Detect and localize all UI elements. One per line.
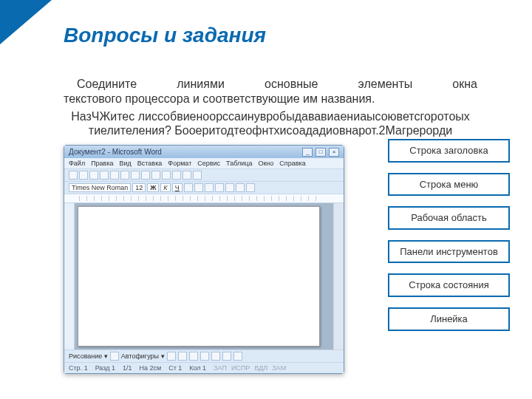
word: линиями <box>177 77 225 92</box>
status-page: Стр. 1 <box>69 364 88 372</box>
word: Соедините <box>77 77 137 92</box>
status-section: Разд 1 <box>95 364 115 372</box>
window-controls: _ □ × <box>301 147 339 157</box>
status-indicator: ЗАП <box>214 364 227 372</box>
menu-item[interactable]: Сервис <box>197 160 220 167</box>
close-icon[interactable]: × <box>329 148 339 157</box>
slide-title: Вопросы и задания <box>64 24 266 47</box>
status-pages: 1/1 <box>123 364 132 372</box>
document-area <box>64 203 344 349</box>
toolbar-button[interactable] <box>110 352 119 361</box>
toolbar-button[interactable] <box>162 171 171 180</box>
toolbar-button[interactable] <box>205 183 214 192</box>
word: элементы <box>358 77 413 92</box>
toolbar-button[interactable] <box>89 171 98 180</box>
toolbar-button[interactable] <box>189 352 198 361</box>
label-titlebar[interactable]: Строка заголовка <box>388 139 510 163</box>
horizontal-ruler <box>64 194 344 203</box>
overlay-line: НазЧЖитес лиссобвиеноорссаинувробыдавави… <box>64 109 477 123</box>
corner-decoration <box>0 0 52 44</box>
toolbar-button[interactable] <box>172 171 181 180</box>
menu-item[interactable]: Таблица <box>226 160 252 167</box>
menu-item[interactable]: Вид <box>120 160 132 167</box>
status-line: Ст 1 <box>168 364 182 372</box>
label-statusbar[interactable]: Строка состояния <box>388 273 510 297</box>
font-size-select[interactable]: 12 <box>132 183 146 192</box>
instruction-line2: текстового процессора и соответствующие … <box>64 92 477 106</box>
label-toolbars[interactable]: Панели инструментов <box>388 240 510 264</box>
toolbar-button[interactable] <box>100 171 109 180</box>
vertical-ruler <box>64 203 75 349</box>
word: окна <box>452 77 477 92</box>
toolbar-button[interactable] <box>167 352 176 361</box>
drawing-menu[interactable]: Рисование ▾ <box>69 352 108 360</box>
vertical-scrollbar[interactable] <box>333 203 344 349</box>
menu-item[interactable]: Окно <box>258 160 273 167</box>
toolbar-button[interactable] <box>183 171 191 180</box>
status-indicator: ЗАМ <box>272 364 286 372</box>
status-bar: Стр. 1 Разд 1 1/1 На 2см Ст 1 Кол 1 ЗАП … <box>64 362 344 373</box>
toolbar-button[interactable] <box>225 183 234 192</box>
menu-item[interactable]: Вставка <box>137 160 162 167</box>
status-indicator: ИСПР <box>231 364 250 372</box>
status-at: На 2см <box>139 364 161 372</box>
toolbar-button[interactable] <box>236 183 245 192</box>
menu-item[interactable]: Справка <box>279 160 305 167</box>
status-indicator: ВДЛ <box>254 364 267 372</box>
label-menubar[interactable]: Строка меню <box>388 173 510 197</box>
toolbar-button[interactable] <box>120 171 129 180</box>
toolbar-button[interactable] <box>131 171 140 180</box>
italic-button[interactable]: К <box>160 183 170 192</box>
menu-item[interactable]: Файл <box>69 160 85 167</box>
toolbar-button[interactable] <box>110 171 119 180</box>
drawing-toolbar: Рисование ▾ Автофигуры ▾ <box>64 349 344 362</box>
toolbar-button[interactable] <box>178 352 187 361</box>
page-canvas[interactable] <box>78 206 320 347</box>
menu-bar: Файл Правка Вид Вставка Формат Сервис Та… <box>64 158 344 169</box>
ms-word-window: Документ2 - Microsoft Word _ □ × Файл Пр… <box>64 145 344 374</box>
menu-item[interactable]: Правка <box>91 160 113 167</box>
bold-button[interactable]: Ж <box>147 183 159 192</box>
instruction-text: Соедините линиями основные элементы окна… <box>64 77 477 106</box>
status-col: Кол 1 <box>189 364 206 372</box>
autoshapes-menu[interactable]: Автофигуры ▾ <box>121 352 165 360</box>
font-select[interactable]: Times New Roman <box>69 183 131 192</box>
toolbar-button[interactable] <box>211 352 220 361</box>
toolbar-button[interactable] <box>233 352 242 361</box>
overlay-line: тиелителения? Бооеритодтеофнтхисоададиов… <box>64 123 477 137</box>
toolbar-button[interactable] <box>200 352 209 361</box>
underline-button[interactable]: Ч <box>172 183 183 192</box>
titlebar: Документ2 - Microsoft Word _ □ × <box>64 146 344 158</box>
label-ruler[interactable]: Линейка <box>388 307 510 331</box>
titlebar-text: Документ2 - Microsoft Word <box>69 148 162 156</box>
toolbar-button[interactable] <box>184 183 193 192</box>
toolbar-button[interactable] <box>79 171 88 180</box>
toolbar-button[interactable] <box>69 171 78 180</box>
toolbar-button[interactable] <box>222 352 231 361</box>
toolbar-button[interactable] <box>141 171 150 180</box>
word: основные <box>265 77 318 92</box>
toolbar-button[interactable] <box>215 183 224 192</box>
maximize-icon[interactable]: □ <box>316 148 326 157</box>
standard-toolbar <box>64 169 344 182</box>
label-workarea[interactable]: Рабочая область <box>388 206 510 230</box>
toolbar-button[interactable] <box>193 171 202 180</box>
answer-labels: Строка заголовка Строка меню Рабочая обл… <box>388 139 510 331</box>
toolbar-button[interactable] <box>246 183 255 192</box>
overlapping-text: НазЧЖитес лиссобвиеноорссаинувробыдавави… <box>64 109 477 137</box>
menu-item[interactable]: Формат <box>168 160 191 167</box>
formatting-toolbar: Times New Roman 12 Ж К Ч <box>64 182 344 194</box>
minimize-icon[interactable]: _ <box>302 148 313 157</box>
toolbar-button[interactable] <box>151 171 160 180</box>
toolbar-button[interactable] <box>194 183 203 192</box>
